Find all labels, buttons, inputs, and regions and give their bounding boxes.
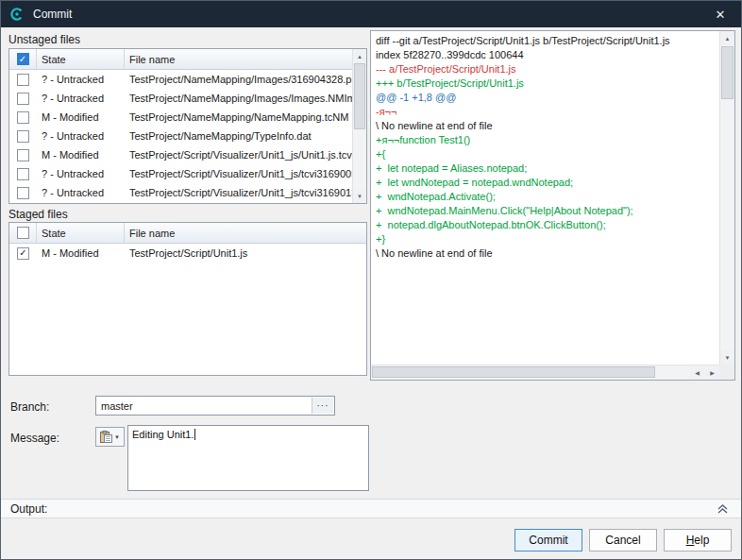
file-name: TestProject/Script/Visualizer/Unit1_js/t…: [125, 187, 352, 198]
staged-select-all-checkbox[interactable]: [17, 227, 29, 239]
file-name: TestProject/Script/Visualizer/Unit1_js/U…: [125, 149, 352, 161]
filename-column-header[interactable]: File name: [125, 49, 366, 69]
file-checkbox[interactable]: [17, 247, 29, 260]
diff-line: +}: [376, 232, 719, 246]
chevron-down-icon: [114, 434, 120, 440]
branch-browse-button[interactable]: ···: [312, 398, 333, 414]
state-column-header[interactable]: State: [37, 49, 125, 69]
diff-line: + let notepad = Aliases.notepad;: [376, 161, 719, 176]
collapse-output-button[interactable]: [717, 504, 728, 514]
state-column-header[interactable]: State: [37, 223, 125, 243]
output-label: Output:: [10, 502, 47, 516]
commit-dialog: Commit ✕ Unstaged files State File name …: [0, 0, 742, 560]
branch-input[interactable]: master ···: [95, 396, 335, 416]
file-state: ? - Untracked: [37, 168, 125, 179]
unstaged-file-row[interactable]: ? - UntrackedTestProject/NameMapping/Ima…: [9, 70, 352, 89]
scroll-down-icon[interactable]: [353, 189, 366, 203]
file-state: M - Modified: [37, 247, 125, 259]
paste-message-button[interactable]: [95, 427, 125, 447]
file-name: TestProject/NameMapping/TypeInfo.dat: [125, 130, 352, 142]
file-checkbox[interactable]: [17, 187, 29, 199]
commit-message-input[interactable]: Editing Unit1.: [127, 425, 369, 491]
help-rest: elp: [694, 534, 709, 547]
file-state: ? - Untracked: [37, 93, 125, 104]
diff-line: + let wndNotepad = notepad.wndNotepad;: [376, 176, 719, 190]
diff-line: +{: [376, 147, 719, 161]
header-checkbox-cell: [9, 223, 37, 243]
diff-viewer: diff --git a/TestProject/Script/Unit1.js…: [370, 30, 735, 381]
close-icon[interactable]: ✕: [700, 1, 741, 27]
diff-line: diff --git a/TestProject/Script/Unit1.js…: [376, 34, 719, 48]
filename-column-header[interactable]: File name: [125, 223, 366, 243]
unstaged-file-row[interactable]: ? - UntrackedTestProject/NameMapping/Typ…: [9, 127, 352, 145]
staged-files-table: State File name M - ModifiedTestProject/…: [8, 222, 367, 376]
scroll-right-icon[interactable]: [705, 365, 719, 380]
file-checkbox[interactable]: [17, 168, 29, 180]
output-section: Output:: [1, 499, 741, 518]
help-accel: H: [686, 534, 695, 547]
file-state: M - Modified: [37, 149, 125, 161]
staged-table-header: State File name: [9, 223, 366, 244]
scrollbar-corner: [719, 365, 734, 380]
diff-vertical-scrollbar[interactable]: [719, 31, 734, 365]
file-state: ? - Untracked: [37, 187, 125, 198]
text-caret: [194, 429, 195, 440]
unstaged-select-all-checkbox[interactable]: [17, 53, 29, 65]
paste-icon: [100, 431, 112, 443]
file-name: TestProject/NameMapping/Images/316904328…: [125, 74, 352, 85]
diff-line: --- a/TestProject/Script/Unit1.js: [376, 62, 719, 76]
file-checkbox[interactable]: [17, 111, 29, 124]
message-label: Message:: [10, 432, 59, 445]
file-checkbox[interactable]: [17, 149, 29, 161]
file-state: M - Modified: [37, 111, 125, 123]
file-checkbox[interactable]: [17, 130, 29, 143]
unstaged-table-header: State File name: [9, 49, 366, 70]
scrollbar-thumb[interactable]: [721, 46, 734, 99]
file-checkbox[interactable]: [17, 74, 29, 86]
help-button[interactable]: Help: [664, 529, 732, 552]
titlebar: Commit ✕: [1, 1, 741, 27]
diff-line: @@ -1 +1,8 @@: [376, 91, 719, 105]
unstaged-rows: ? - UntrackedTestProject/NameMapping/Ima…: [9, 70, 352, 202]
scroll-up-icon[interactable]: [353, 49, 366, 63]
scrollbar-thumb[interactable]: [372, 366, 655, 378]
file-checkbox[interactable]: [17, 93, 29, 105]
file-name: TestProject/Script/Unit1.js: [125, 247, 366, 259]
diff-line: + wndNotepad.Activate();: [376, 190, 719, 204]
diff-line: \ No newline at end of file: [376, 246, 719, 261]
diff-line: + notepad.dlgAboutNotepad.btnOK.ClickBut…: [376, 218, 719, 232]
file-state: ? - Untracked: [37, 74, 125, 85]
diff-line: +++ b/TestProject/Script/Unit1.js: [376, 76, 719, 91]
cancel-button[interactable]: Cancel: [589, 529, 657, 552]
unstaged-file-row[interactable]: ? - UntrackedTestProject/NameMapping/Ima…: [9, 89, 352, 108]
diff-line: + wndNotepad.MainMenu.Click("Help|About …: [376, 204, 719, 218]
diff-line: \ No newline at end of file: [376, 119, 719, 133]
staged-files-label: Staged files: [8, 208, 68, 221]
diff-lines: diff --git a/TestProject/Script/Unit1.js…: [371, 31, 719, 365]
scroll-up-icon[interactable]: [720, 31, 734, 45]
diff-horizontal-scrollbar[interactable]: [371, 365, 719, 380]
unstaged-file-row[interactable]: ? - UntrackedTestProject/Script/Visualiz…: [9, 164, 352, 183]
diff-line: index 5f28270..399dcdc 100644: [376, 48, 719, 62]
commit-button[interactable]: Commit: [514, 529, 582, 552]
scroll-left-icon[interactable]: [690, 365, 704, 380]
file-name: TestProject/NameMapping/Images/Images.NM…: [125, 93, 352, 104]
diff-line: +я¬¬function Test1(): [376, 133, 719, 147]
file-name: TestProject/Script/Visualizer/Unit1_js/t…: [125, 168, 352, 179]
unstaged-file-row[interactable]: ? - UntrackedTestProject/Script/Visualiz…: [9, 183, 352, 202]
unstaged-files-label: Unstaged files: [8, 33, 80, 46]
unstaged-file-row[interactable]: M - ModifiedTestProject/NameMapping/Name…: [9, 108, 352, 127]
unstaged-scrollbar[interactable]: [352, 49, 366, 203]
branch-label: Branch:: [10, 400, 49, 414]
unstaged-files-table: State File name ? - UntrackedTestProject…: [8, 48, 367, 204]
header-checkbox-cell: [9, 49, 37, 69]
staged-file-row[interactable]: M - ModifiedTestProject/Script/Unit1.js: [9, 244, 366, 263]
window-title: Commit: [33, 8, 72, 21]
unstaged-file-row[interactable]: M - ModifiedTestProject/Script/Visualize…: [9, 145, 352, 164]
staged-rows: M - ModifiedTestProject/Script/Unit1.js: [9, 244, 366, 263]
scroll-down-icon[interactable]: [720, 350, 734, 365]
file-name: TestProject/NameMapping/NameMapping.tcNM: [125, 111, 352, 123]
branch-value: master: [101, 400, 133, 412]
commit-message-text: Editing Unit1.: [132, 429, 194, 440]
scrollbar-thumb[interactable]: [354, 63, 365, 129]
